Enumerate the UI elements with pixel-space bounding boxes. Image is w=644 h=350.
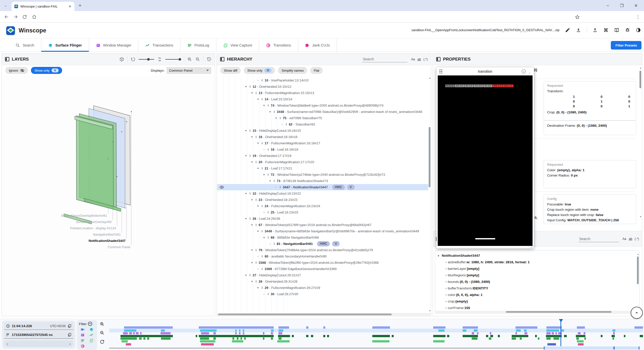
trace-segment[interactable] xyxy=(133,332,135,334)
zoom-in-icon[interactable] xyxy=(187,57,192,62)
pin-icon[interactable] xyxy=(260,266,264,272)
trace-segment[interactable] xyxy=(271,337,273,340)
expand-arrow-icon[interactable]: ▾ xyxy=(244,272,248,278)
tree-node[interactable]: ▾15- HideDisplayCutout:16:16#15 xyxy=(217,127,428,134)
tree-node[interactable]: ▾67- WindowToken{e5176f9 type=2019 andro… xyxy=(217,222,428,228)
hierarchy-scrollbar[interactable]: ▲ ▼ xyxy=(428,77,431,312)
trace-segment[interactable] xyxy=(161,337,171,340)
trace-segment[interactable] xyxy=(547,343,556,345)
expand-arrow-icon[interactable]: ▾ xyxy=(250,247,254,253)
reload-icon[interactable] xyxy=(22,14,27,19)
trace-segment[interactable] xyxy=(601,335,602,337)
pin-icon[interactable] xyxy=(254,278,258,285)
pin-icon[interactable] xyxy=(254,197,258,203)
property-row[interactable]: •bufferTransform: IDENTITY xyxy=(438,285,639,292)
trace-segment[interactable] xyxy=(200,337,209,340)
trace-segment[interactable] xyxy=(271,332,273,334)
trace-segment[interactable] xyxy=(277,340,290,342)
filter-notes-icon[interactable] xyxy=(80,338,85,343)
property-row[interactable]: •bounds: (0, 0) - (1080, 2400) xyxy=(438,279,639,285)
collapse-properties-fab[interactable] xyxy=(631,307,643,319)
tree-node[interactable]: ▾3368- WindowToken{f6b2f60 type=2024 and… xyxy=(217,259,428,266)
trace-segment[interactable] xyxy=(143,337,145,340)
trace-segment[interactable] xyxy=(516,329,521,332)
trace-segment[interactable] xyxy=(472,332,474,334)
expand-arrow-icon[interactable]: ▾ xyxy=(438,252,442,259)
timeline-zoom-reset-icon[interactable] xyxy=(100,339,105,344)
layer-label[interactable]: NavigationBar0#81 xyxy=(93,233,121,236)
tree-node[interactable]: •3447- NotificationShade#3447HWCV xyxy=(217,184,428,190)
expand-arrow-icon[interactable]: ▾ xyxy=(244,83,248,90)
pin-icon[interactable] xyxy=(254,222,258,228)
scroll-down-icon[interactable]: ▼ xyxy=(429,310,431,312)
properties-search-input[interactable] xyxy=(579,236,619,242)
property-row[interactable]: •barrierLayer: [empty] xyxy=(438,266,639,272)
trace-segment[interactable] xyxy=(278,326,289,329)
tab-jankcujs[interactable]: Jank CUJs xyxy=(298,39,337,52)
reset-view-icon[interactable] xyxy=(207,57,212,62)
expand-arrow-icon[interactable]: ▾ xyxy=(250,159,254,165)
trace-segment[interactable] xyxy=(237,337,238,340)
trace-segment[interactable] xyxy=(306,326,308,329)
expand-arrow-icon[interactable]: ▾ xyxy=(256,165,260,171)
trace-segment[interactable] xyxy=(120,337,137,340)
pin-icon[interactable] xyxy=(260,285,264,291)
trace-segment[interactable] xyxy=(213,337,216,340)
pin-icon[interactable] xyxy=(254,159,258,165)
copy-icon[interactable] xyxy=(67,324,72,328)
tree-node[interactable]: ▾14- Leaf:15:15#14 xyxy=(217,96,428,102)
expand-arrow-icon[interactable]: ▾ xyxy=(250,278,254,285)
download-icon[interactable] xyxy=(576,27,581,33)
minimize-icon[interactable]: _ xyxy=(529,70,531,72)
new-tab-button[interactable]: + xyxy=(77,3,83,9)
trace-segment[interactable] xyxy=(463,326,478,329)
tree-node[interactable]: ▾73- 8736138 NotificationShade#73 xyxy=(217,178,428,184)
timeline-zoom-out-icon[interactable] xyxy=(100,330,105,335)
pin-icon[interactable] xyxy=(278,115,282,121)
layer-label[interactable]: ScreenDecorOverlay#60 xyxy=(76,220,112,224)
layer-label[interactable]: ScreenDecorOverlayBottom#61 xyxy=(61,214,107,217)
human-time-field[interactable]: 11:04:14.228 UTC+00:00 xyxy=(4,322,73,330)
trace-segment[interactable] xyxy=(584,337,586,340)
expand-arrow-icon[interactable]: ▾ xyxy=(256,203,260,209)
trace-segment[interactable] xyxy=(232,340,243,342)
tree-node[interactable]: •30- Leaf:26:27#30 xyxy=(217,291,428,297)
pin-icon[interactable] xyxy=(260,140,264,146)
match-word-icon[interactable]: ab xyxy=(417,58,421,61)
trace-segment[interactable] xyxy=(244,337,246,340)
trace-segment[interactable] xyxy=(546,337,551,340)
rotation-icon[interactable] xyxy=(131,57,136,62)
zoom-out-icon[interactable] xyxy=(195,57,200,62)
tab-transactions[interactable]: Transactions xyxy=(138,39,180,52)
trace-segment[interactable] xyxy=(552,332,554,334)
trace-segment[interactable] xyxy=(578,332,581,334)
trace-segment[interactable] xyxy=(538,337,539,340)
trace-segment[interactable] xyxy=(200,340,216,342)
scroll-up-icon[interactable]: ▲ xyxy=(429,77,431,79)
trace-segment[interactable] xyxy=(120,335,173,337)
tab-close-icon[interactable]: ✕ xyxy=(68,5,72,9)
trace-segment[interactable] xyxy=(477,332,478,334)
trace-segment[interactable] xyxy=(278,337,282,340)
documentation-icon[interactable] xyxy=(614,27,619,33)
rotation-slider[interactable] xyxy=(139,59,154,60)
info-icon[interactable]: i xyxy=(522,69,526,73)
chip-show-only[interactable]: Show onlyV xyxy=(244,67,275,74)
pin-icon[interactable] xyxy=(272,178,276,184)
trace-segment[interactable] xyxy=(564,335,567,337)
trace-segment[interactable] xyxy=(196,335,197,337)
trace-segment[interactable] xyxy=(447,335,449,337)
zoom-range-band[interactable] xyxy=(544,346,640,349)
hierarchy-hscrollbar[interactable] xyxy=(217,313,431,316)
edit-icon[interactable] xyxy=(565,27,570,33)
window-minimize-icon[interactable]: – xyxy=(605,3,611,9)
pin-icon[interactable] xyxy=(254,134,258,140)
trace-segment[interactable] xyxy=(634,326,643,329)
property-root[interactable]: ▾NotificationShade#3447 xyxy=(438,252,639,259)
trace-segment[interactable] xyxy=(306,335,308,337)
trace-segment[interactable] xyxy=(520,337,522,340)
tree-node[interactable]: ▾74- WindowToken{fdddbe6 type=2000 andro… xyxy=(217,102,428,109)
tree-node[interactable]: ▾21- Leaf:17:17#21 xyxy=(217,165,428,171)
trace-segment[interactable] xyxy=(235,332,237,334)
back-icon[interactable] xyxy=(4,14,9,19)
